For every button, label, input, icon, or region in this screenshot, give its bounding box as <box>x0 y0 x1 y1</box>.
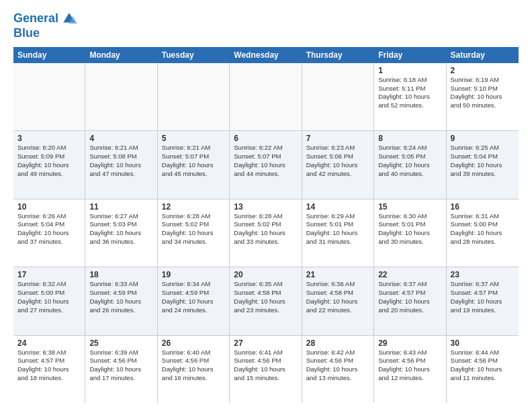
cell-text: Sunset: 5:02 PM <box>234 220 297 229</box>
cell-text: and 27 minutes. <box>17 306 81 315</box>
calendar-cell <box>13 63 85 130</box>
day-number: 12 <box>162 202 225 212</box>
cell-text: Sunset: 4:57 PM <box>451 289 515 298</box>
cell-text: Sunset: 5:04 PM <box>17 220 81 229</box>
cell-text: Sunset: 4:58 PM <box>234 289 297 298</box>
cell-text: Sunrise: 6:40 AM <box>162 349 225 357</box>
calendar-row: 1Sunrise: 6:18 AMSunset: 5:11 PMDaylight… <box>13 63 519 131</box>
cell-text: Sunrise: 6:19 AM <box>451 76 515 85</box>
cell-text: Sunset: 5:08 PM <box>89 152 152 161</box>
cell-text: Daylight: 10 hours <box>451 161 515 170</box>
cell-text: Sunset: 4:56 PM <box>162 357 225 365</box>
cell-text: Sunset: 5:01 PM <box>306 220 369 229</box>
calendar-cell <box>230 63 302 130</box>
cell-text: and 30 minutes. <box>378 238 441 246</box>
day-number: 13 <box>234 202 297 212</box>
cell-text: Sunset: 4:56 PM <box>378 357 441 365</box>
cell-text: Sunset: 5:07 PM <box>162 152 225 161</box>
cell-text: and 44 minutes. <box>234 170 297 179</box>
cell-text: Sunrise: 6:37 AM <box>451 280 515 289</box>
calendar-row: 17Sunrise: 6:32 AMSunset: 5:00 PMDayligh… <box>13 267 519 335</box>
cell-text: Sunset: 5:04 PM <box>451 152 515 161</box>
cell-text: Sunrise: 6:18 AM <box>378 76 441 85</box>
cell-text: Daylight: 10 hours <box>234 365 297 374</box>
day-number: 28 <box>306 338 369 348</box>
cell-text: Sunrise: 6:35 AM <box>234 280 297 289</box>
day-number: 15 <box>378 202 441 212</box>
cell-text: Daylight: 10 hours <box>234 161 297 170</box>
calendar-cell: 28Sunrise: 6:42 AMSunset: 4:56 PMDayligh… <box>302 336 374 403</box>
cell-text: Daylight: 10 hours <box>234 229 297 238</box>
calendar-cell: 16Sunrise: 6:31 AMSunset: 5:00 PMDayligh… <box>447 199 519 267</box>
calendar-cell: 17Sunrise: 6:32 AMSunset: 5:00 PMDayligh… <box>13 267 85 334</box>
day-number: 17 <box>17 270 81 279</box>
cell-text: and 26 minutes. <box>89 306 152 315</box>
cell-text: Daylight: 10 hours <box>89 298 152 306</box>
calendar-row: 24Sunrise: 6:38 AMSunset: 4:57 PMDayligh… <box>13 336 519 403</box>
calendar-cell: 20Sunrise: 6:35 AMSunset: 4:58 PMDayligh… <box>230 267 302 334</box>
calendar-cell: 1Sunrise: 6:18 AMSunset: 5:11 PMDaylight… <box>374 63 446 130</box>
cell-text: Daylight: 10 hours <box>378 298 441 306</box>
cell-text: Daylight: 10 hours <box>162 229 225 238</box>
cell-text: Sunset: 4:56 PM <box>306 357 369 365</box>
cell-text: Sunrise: 6:29 AM <box>306 212 369 221</box>
header-cell-friday: Friday <box>374 47 446 63</box>
cell-text: Daylight: 10 hours <box>17 365 81 374</box>
cell-text: Sunrise: 6:27 AM <box>89 212 152 221</box>
cell-text: Sunrise: 6:34 AM <box>162 280 225 289</box>
cell-text: Sunset: 4:56 PM <box>89 357 152 365</box>
calendar-cell: 21Sunrise: 6:36 AMSunset: 4:58 PMDayligh… <box>302 267 374 334</box>
day-number: 5 <box>162 134 225 143</box>
cell-text: Daylight: 10 hours <box>451 93 515 101</box>
cell-text: Sunrise: 6:44 AM <box>451 349 515 357</box>
cell-text: Daylight: 10 hours <box>378 365 441 374</box>
cell-text: Daylight: 10 hours <box>17 229 81 238</box>
logo-icon <box>61 11 77 27</box>
cell-text: Sunrise: 6:37 AM <box>378 280 441 289</box>
cell-text: Sunrise: 6:33 AM <box>89 280 152 289</box>
cell-text: Sunrise: 6:39 AM <box>89 349 152 357</box>
calendar-cell: 9Sunrise: 6:25 AMSunset: 5:04 PMDaylight… <box>447 131 519 198</box>
cell-text: Sunset: 4:59 PM <box>162 289 225 298</box>
cell-text: Sunrise: 6:26 AM <box>17 212 81 221</box>
cell-text: and 36 minutes. <box>89 238 152 246</box>
day-number: 22 <box>378 270 441 279</box>
cell-text: Daylight: 10 hours <box>162 365 225 374</box>
header-cell-sunday: Sunday <box>13 47 85 63</box>
cell-text: and 37 minutes. <box>17 238 81 246</box>
cell-text: Sunrise: 6:20 AM <box>17 144 81 152</box>
calendar-cell: 25Sunrise: 6:39 AMSunset: 4:56 PMDayligh… <box>85 336 157 403</box>
cell-text: and 11 minutes. <box>451 374 515 383</box>
cell-text: and 23 minutes. <box>234 306 297 315</box>
calendar-cell: 18Sunrise: 6:33 AMSunset: 4:59 PMDayligh… <box>85 267 157 334</box>
cell-text: Sunset: 5:02 PM <box>162 220 225 229</box>
day-number: 1 <box>378 66 441 75</box>
day-number: 24 <box>17 338 81 348</box>
cell-text: Sunrise: 6:25 AM <box>451 144 515 152</box>
page: General Blue SundayMondayTuesdayWednesda… <box>0 0 532 411</box>
calendar-header: SundayMondayTuesdayWednesdayThursdayFrid… <box>13 47 519 63</box>
cell-text: Sunset: 4:59 PM <box>89 289 152 298</box>
logo: General Blue <box>13 11 77 40</box>
cell-text: Sunrise: 6:38 AM <box>17 349 81 357</box>
cell-text: and 50 minutes. <box>451 101 515 110</box>
cell-text: Sunrise: 6:30 AM <box>378 212 441 221</box>
cell-text: Daylight: 10 hours <box>17 298 81 306</box>
day-number: 30 <box>451 338 515 348</box>
calendar-row: 10Sunrise: 6:26 AMSunset: 5:04 PMDayligh… <box>13 199 519 267</box>
calendar-cell: 22Sunrise: 6:37 AMSunset: 4:57 PMDayligh… <box>374 267 446 334</box>
cell-text: and 39 minutes. <box>451 170 515 179</box>
header-cell-monday: Monday <box>85 47 157 63</box>
cell-text: Daylight: 10 hours <box>451 365 515 374</box>
logo-text: General <box>13 12 58 26</box>
day-number: 11 <box>89 202 152 212</box>
header-cell-tuesday: Tuesday <box>158 47 230 63</box>
day-number: 8 <box>378 134 441 143</box>
cell-text: Daylight: 10 hours <box>89 161 152 170</box>
cell-text: Daylight: 10 hours <box>162 298 225 306</box>
cell-text: Sunrise: 6:23 AM <box>306 144 369 152</box>
cell-text: and 31 minutes. <box>306 238 369 246</box>
day-number: 29 <box>378 338 441 348</box>
cell-text: Sunset: 5:03 PM <box>89 220 152 229</box>
cell-text: and 19 minutes. <box>451 306 515 315</box>
